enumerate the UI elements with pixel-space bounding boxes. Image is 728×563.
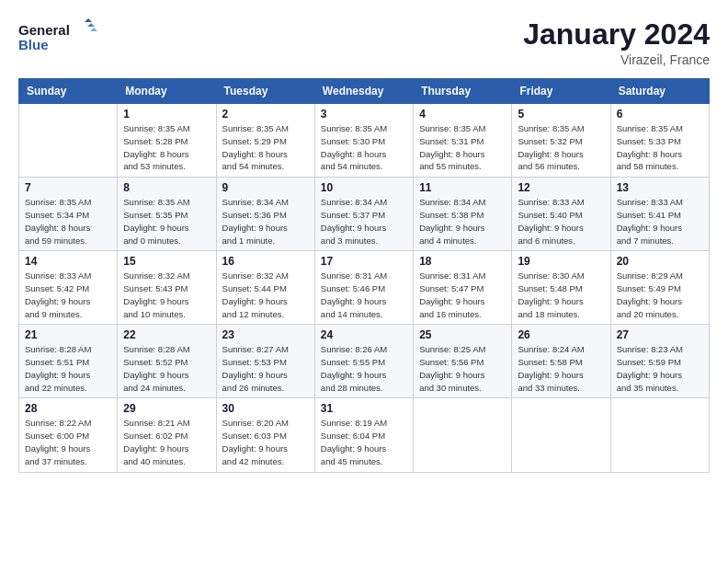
day-cell: 19Sunrise: 8:30 AMSunset: 5:48 PMDayligh… — [512, 251, 610, 325]
day-cell: 2Sunrise: 8:35 AMSunset: 5:29 PMDaylight… — [216, 104, 314, 178]
svg-marker-4 — [90, 28, 97, 31]
day-cell — [610, 398, 709, 472]
col-header-saturday: Saturday — [610, 79, 709, 104]
week-row-4: 21Sunrise: 8:28 AMSunset: 5:51 PMDayligh… — [19, 325, 710, 398]
day-number: 25 — [419, 328, 506, 341]
day-info: Sunrise: 8:34 AMSunset: 5:38 PMDaylight:… — [419, 196, 506, 247]
day-info: Sunrise: 8:31 AMSunset: 5:47 PMDaylight:… — [419, 270, 506, 320]
day-info: Sunrise: 8:19 AMSunset: 6:04 PMDaylight:… — [321, 417, 407, 467]
day-number: 13 — [617, 181, 703, 194]
day-info: Sunrise: 8:32 AMSunset: 5:43 PMDaylight:… — [123, 270, 210, 320]
day-cell: 15Sunrise: 8:32 AMSunset: 5:43 PMDayligh… — [118, 251, 216, 325]
svg-marker-3 — [87, 23, 95, 27]
page: General Blue January 2024 Virazeil, Fran… — [0, 0, 728, 563]
day-number: 24 — [321, 328, 407, 341]
day-info: Sunrise: 8:35 AMSunset: 5:34 PMDaylight:… — [25, 196, 111, 247]
day-cell — [512, 398, 610, 472]
day-cell — [19, 104, 118, 178]
day-cell: 28Sunrise: 8:22 AMSunset: 6:00 PMDayligh… — [19, 398, 118, 472]
header-row: SundayMondayTuesdayWednesdayThursdayFrid… — [19, 79, 710, 104]
day-info: Sunrise: 8:23 AMSunset: 5:59 PMDaylight:… — [617, 343, 703, 394]
day-number: 31 — [321, 402, 407, 415]
calendar-table: SundayMondayTuesdayWednesdayThursdayFrid… — [18, 78, 710, 472]
day-number: 4 — [419, 108, 506, 121]
day-number: 5 — [518, 108, 604, 121]
day-number: 16 — [222, 255, 309, 268]
day-info: Sunrise: 8:35 AMSunset: 5:28 PMDaylight:… — [123, 122, 210, 173]
day-number: 29 — [123, 402, 210, 415]
week-row-1: 1Sunrise: 8:35 AMSunset: 5:28 PMDaylight… — [19, 104, 710, 178]
day-info: Sunrise: 8:35 AMSunset: 5:30 PMDaylight:… — [321, 122, 407, 173]
day-number: 10 — [321, 181, 407, 194]
day-cell: 14Sunrise: 8:33 AMSunset: 5:42 PMDayligh… — [19, 251, 118, 325]
day-cell: 13Sunrise: 8:33 AMSunset: 5:41 PMDayligh… — [610, 178, 709, 251]
day-number: 20 — [617, 255, 703, 268]
day-info: Sunrise: 8:26 AMSunset: 5:55 PMDaylight:… — [321, 343, 407, 394]
day-number: 12 — [518, 181, 604, 194]
day-cell: 21Sunrise: 8:28 AMSunset: 5:51 PMDayligh… — [19, 325, 118, 398]
day-number: 23 — [222, 328, 309, 341]
day-info: Sunrise: 8:28 AMSunset: 5:51 PMDaylight:… — [25, 343, 111, 394]
day-info: Sunrise: 8:28 AMSunset: 5:52 PMDaylight:… — [123, 343, 210, 394]
day-cell: 3Sunrise: 8:35 AMSunset: 5:30 PMDaylight… — [314, 104, 413, 178]
day-info: Sunrise: 8:20 AMSunset: 6:03 PMDaylight:… — [222, 417, 309, 467]
day-info: Sunrise: 8:21 AMSunset: 6:02 PMDaylight:… — [123, 417, 210, 467]
svg-text:General: General — [18, 22, 70, 38]
day-info: Sunrise: 8:29 AMSunset: 5:49 PMDaylight:… — [617, 270, 703, 320]
day-number: 14 — [25, 255, 111, 268]
day-number: 18 — [419, 255, 506, 268]
day-cell: 30Sunrise: 8:20 AMSunset: 6:03 PMDayligh… — [216, 398, 314, 472]
day-cell: 12Sunrise: 8:33 AMSunset: 5:40 PMDayligh… — [512, 178, 610, 251]
day-cell: 31Sunrise: 8:19 AMSunset: 6:04 PMDayligh… — [314, 398, 413, 472]
day-info: Sunrise: 8:35 AMSunset: 5:31 PMDaylight:… — [419, 122, 506, 173]
day-number: 28 — [25, 402, 111, 415]
day-number: 21 — [25, 328, 111, 341]
col-header-wednesday: Wednesday — [314, 79, 413, 104]
day-number: 26 — [518, 328, 604, 341]
day-cell: 6Sunrise: 8:35 AMSunset: 5:33 PMDaylight… — [610, 104, 709, 178]
col-header-sunday: Sunday — [19, 79, 118, 104]
day-cell: 17Sunrise: 8:31 AMSunset: 5:46 PMDayligh… — [314, 251, 413, 325]
day-cell: 10Sunrise: 8:34 AMSunset: 5:37 PMDayligh… — [314, 178, 413, 251]
day-cell: 18Sunrise: 8:31 AMSunset: 5:47 PMDayligh… — [414, 251, 512, 325]
day-number: 6 — [617, 108, 703, 121]
day-number: 9 — [222, 181, 309, 194]
day-number: 11 — [419, 181, 506, 194]
day-number: 15 — [123, 255, 210, 268]
day-cell: 27Sunrise: 8:23 AMSunset: 5:59 PMDayligh… — [610, 325, 709, 398]
day-info: Sunrise: 8:33 AMSunset: 5:41 PMDaylight:… — [617, 196, 703, 247]
day-number: 27 — [617, 328, 703, 341]
day-cell: 8Sunrise: 8:35 AMSunset: 5:35 PMDaylight… — [118, 178, 216, 251]
col-header-monday: Monday — [118, 79, 216, 104]
day-cell: 25Sunrise: 8:25 AMSunset: 5:56 PMDayligh… — [414, 325, 512, 398]
day-info: Sunrise: 8:35 AMSunset: 5:29 PMDaylight:… — [222, 122, 309, 173]
logo-svg: General Blue — [18, 18, 101, 57]
day-number: 19 — [518, 255, 604, 268]
day-info: Sunrise: 8:33 AMSunset: 5:40 PMDaylight:… — [518, 196, 604, 247]
day-number: 8 — [123, 181, 210, 194]
day-info: Sunrise: 8:35 AMSunset: 5:33 PMDaylight:… — [617, 122, 703, 173]
day-info: Sunrise: 8:31 AMSunset: 5:46 PMDaylight:… — [321, 270, 407, 320]
day-cell: 7Sunrise: 8:35 AMSunset: 5:34 PMDaylight… — [19, 178, 118, 251]
day-number: 1 — [123, 108, 210, 121]
day-cell: 1Sunrise: 8:35 AMSunset: 5:28 PMDaylight… — [118, 104, 216, 178]
day-cell: 22Sunrise: 8:28 AMSunset: 5:52 PMDayligh… — [118, 325, 216, 398]
svg-marker-2 — [85, 18, 92, 22]
day-info: Sunrise: 8:25 AMSunset: 5:56 PMDaylight:… — [419, 343, 506, 394]
day-cell — [414, 398, 512, 472]
day-cell: 5Sunrise: 8:35 AMSunset: 5:32 PMDaylight… — [512, 104, 610, 178]
day-cell: 16Sunrise: 8:32 AMSunset: 5:44 PMDayligh… — [216, 251, 314, 325]
week-row-3: 14Sunrise: 8:33 AMSunset: 5:42 PMDayligh… — [19, 251, 710, 325]
day-number: 2 — [222, 108, 309, 121]
day-info: Sunrise: 8:34 AMSunset: 5:37 PMDaylight:… — [321, 196, 407, 247]
day-info: Sunrise: 8:35 AMSunset: 5:32 PMDaylight:… — [518, 122, 604, 173]
svg-text:Blue: Blue — [18, 37, 49, 52]
day-number: 22 — [123, 328, 210, 341]
day-number: 17 — [321, 255, 407, 268]
day-info: Sunrise: 8:24 AMSunset: 5:58 PMDaylight:… — [518, 343, 604, 394]
day-cell: 4Sunrise: 8:35 AMSunset: 5:31 PMDaylight… — [414, 104, 512, 178]
day-cell: 23Sunrise: 8:27 AMSunset: 5:53 PMDayligh… — [216, 325, 314, 398]
day-cell: 20Sunrise: 8:29 AMSunset: 5:49 PMDayligh… — [610, 251, 709, 325]
day-cell: 11Sunrise: 8:34 AMSunset: 5:38 PMDayligh… — [414, 178, 512, 251]
day-cell: 9Sunrise: 8:34 AMSunset: 5:36 PMDaylight… — [216, 178, 314, 251]
